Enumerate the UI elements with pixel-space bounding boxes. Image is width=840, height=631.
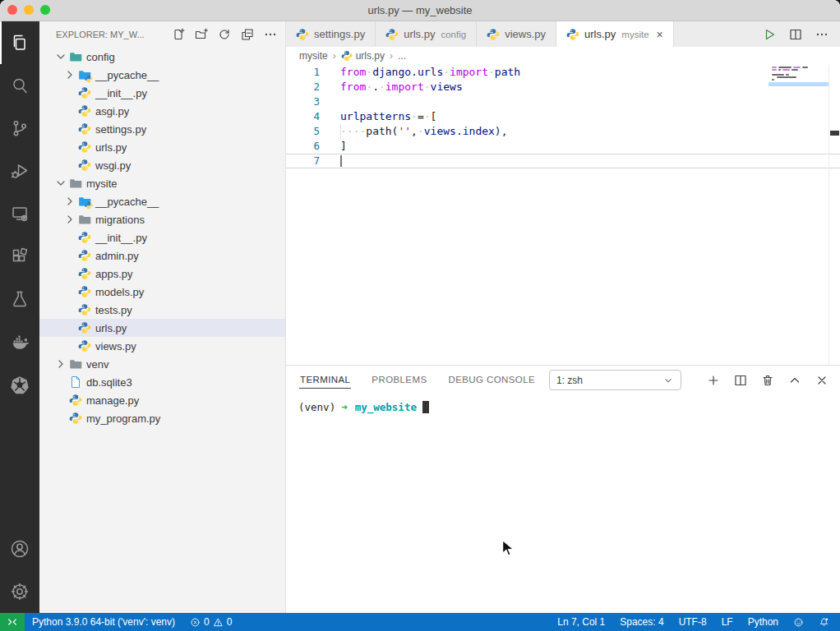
split-editor-icon[interactable] [789, 28, 802, 41]
code-token: ] [340, 140, 347, 152]
tree-item-urls-py[interactable]: urls.py [39, 319, 285, 337]
kill-terminal-icon[interactable] [761, 374, 774, 387]
close-tab-icon[interactable]: × [657, 29, 663, 40]
breadcrumb-label: ... [398, 50, 406, 62]
close-panel-icon[interactable] [815, 374, 828, 387]
collapse-folders-icon[interactable] [241, 28, 254, 41]
encoding[interactable]: UTF-8 [672, 613, 714, 631]
kubernetes-icon[interactable] [0, 363, 39, 406]
tree-item-migrations[interactable]: migrations [39, 210, 285, 228]
remote-explorer-icon[interactable] [0, 192, 39, 235]
eol[interactable]: LF [714, 613, 741, 631]
tab-label: settings.py [314, 28, 365, 40]
code-line-content: urlpatterns·=·[ [340, 109, 436, 124]
problems-indicator[interactable]: 0 0 [182, 613, 239, 631]
title-bar[interactable]: urls.py — my_website [0, 0, 840, 21]
code-token: · [424, 81, 431, 93]
more-actions-icon[interactable] [264, 28, 277, 41]
tree-item-venv[interactable]: venv [39, 355, 285, 373]
tree-item-tests-py[interactable]: tests.py [39, 301, 285, 319]
extensions-icon[interactable] [0, 235, 39, 278]
refresh-explorer-icon[interactable] [218, 28, 231, 41]
code-editor[interactable]: 1from·django.urls·import·path2from·.·imp… [286, 65, 840, 365]
source-control-icon[interactable] [0, 107, 39, 150]
new-terminal-icon[interactable] [707, 374, 720, 387]
run-debug-icon[interactable] [0, 150, 39, 192]
tab-urls-py-config[interactable]: urls.pyconfig [376, 21, 477, 47]
line-number: 4 [286, 109, 320, 124]
chevron-right-icon[interactable] [63, 195, 76, 208]
chevron-spacer [63, 285, 76, 298]
minimap[interactable] [768, 67, 828, 81]
tree-item-init-py[interactable]: __init__.py [39, 84, 285, 102]
breadcrumb-item-mysite[interactable]: mysite [299, 50, 328, 62]
tree-item-pycache[interactable]: __pycache__ [39, 66, 285, 84]
panel-tab-debug-console[interactable]: DEBUG CONSOLE [447, 371, 536, 389]
search-icon[interactable] [0, 64, 39, 107]
terminal-content[interactable]: (venv) ➜ my_website [286, 394, 840, 613]
more-actions-icon[interactable] [815, 28, 828, 41]
split-terminal-icon[interactable] [734, 374, 747, 387]
tree-item-asgi-py[interactable]: asgi.py [39, 102, 285, 120]
zoom-window-button[interactable] [40, 5, 50, 15]
code-line-6[interactable]: 6] [286, 139, 840, 154]
remote-indicator[interactable] [0, 613, 25, 631]
breadcrumb-item-[interactable]: ... [398, 50, 406, 62]
overview-ruler-marker[interactable] [830, 131, 839, 136]
tree-item-apps-py[interactable]: apps.py [39, 265, 285, 283]
breadcrumb-item-urls-py[interactable]: urls.py [341, 50, 385, 62]
tree-item-pycache[interactable]: __pycache__ [39, 192, 285, 210]
minimize-window-button[interactable] [24, 5, 34, 15]
cursor-position[interactable]: Ln 7, Col 1 [550, 613, 612, 631]
tree-item-label: my_program.py [86, 412, 160, 425]
chevron-spacer [63, 321, 76, 334]
tree-item-settings-py[interactable]: settings.py [39, 120, 285, 138]
test-beaker-icon[interactable] [0, 278, 39, 320]
tree-item-label: config [86, 51, 115, 63]
run-python-file-icon[interactable] [763, 28, 776, 41]
maximize-panel-icon[interactable] [788, 374, 801, 387]
files-icon[interactable] [0, 21, 39, 64]
database-file-icon [69, 375, 82, 389]
code-line-7[interactable]: 7 [286, 154, 840, 168]
terminal-selector-dropdown[interactable]: 1: zsh [549, 370, 681, 390]
docker-icon[interactable] [0, 320, 39, 363]
code-line-1[interactable]: 1from·django.urls·import·path [286, 65, 840, 80]
chevron-right-icon[interactable] [54, 357, 67, 371]
account-icon[interactable] [0, 527, 39, 570]
tab-views-py[interactable]: views.py [477, 21, 556, 47]
language-mode[interactable]: Python [741, 613, 786, 631]
tree-item-urls-py[interactable]: urls.py [39, 138, 285, 156]
tree-item-my-program-py[interactable]: my_program.py [39, 409, 285, 427]
chevron-down-icon[interactable] [54, 177, 67, 190]
code-line-5[interactable]: 5····path('',·views.index), [286, 124, 840, 139]
python-interpreter-selector[interactable]: Python 3.9.0 64-bit ('venv': venv) [25, 613, 182, 631]
tab-settings-py[interactable]: settings.py [286, 21, 376, 47]
panel-tab-problems[interactable]: PROBLEMS [371, 371, 427, 389]
new-folder-icon[interactable] [195, 28, 208, 41]
tree-item-models-py[interactable]: models.py [39, 283, 285, 301]
tree-item-init-py[interactable]: __init__.py [39, 228, 285, 246]
new-file-icon[interactable] [172, 28, 185, 41]
indentation[interactable]: Spaces: 4 [612, 613, 671, 631]
chevron-down-icon[interactable] [54, 50, 67, 63]
tab-urls-py-mysite[interactable]: urls.pymysite× [556, 21, 674, 47]
code-line-4[interactable]: 4urlpatterns·=·[ [286, 109, 840, 124]
feedback-icon[interactable] [786, 613, 811, 631]
traffic-lights [7, 5, 50, 15]
settings-gear-icon[interactable] [0, 570, 39, 613]
close-window-button[interactable] [7, 5, 17, 15]
chevron-right-icon[interactable] [63, 213, 76, 226]
code-line-2[interactable]: 2from·.·import·views [286, 80, 840, 94]
tree-item-mysite[interactable]: mysite [39, 174, 285, 192]
tree-item-db-sqlite3[interactable]: db.sqlite3 [39, 373, 285, 391]
tree-item-admin-py[interactable]: admin.py [39, 246, 285, 265]
panel-tab-terminal[interactable]: TERMINAL [299, 371, 351, 389]
notifications-bell-icon[interactable] [811, 613, 837, 631]
code-line-3[interactable]: 3 [286, 94, 840, 109]
chevron-right-icon[interactable] [63, 68, 76, 81]
tree-item-config[interactable]: config [39, 48, 285, 66]
tree-item-wsgi-py[interactable]: wsgi.py [39, 156, 285, 174]
tree-item-manage-py[interactable]: manage.py [39, 391, 285, 409]
tree-item-views-py[interactable]: views.py [39, 337, 285, 355]
